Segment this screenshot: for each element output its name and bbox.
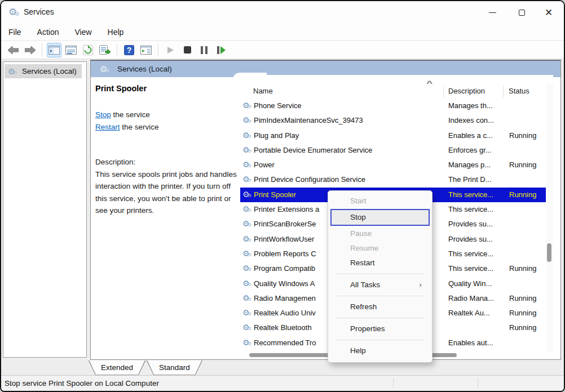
services-main-panel: ⚙⚙ Services (Local) Print Spooler Stop t… — [90, 60, 561, 360]
service-name: Printer Extensions a — [254, 205, 319, 213]
service-gear-icon: ⚙⚙ — [242, 131, 250, 140]
menu-action[interactable]: Action — [37, 28, 59, 37]
column-header-name[interactable]: Name — [253, 87, 273, 95]
minimize-icon — [489, 12, 496, 13]
service-description-cell: This service... — [448, 190, 493, 199]
back-arrow-icon[interactable] — [6, 43, 20, 57]
show-console-tree-icon[interactable] — [47, 43, 61, 57]
service-name: Plug and Play — [254, 131, 299, 140]
stop-service-link[interactable]: Stop — [95, 110, 111, 119]
context-menu-item-pause: Pause — [330, 226, 430, 241]
menu-separator — [336, 274, 424, 274]
context-menu-item-resume: Resume — [330, 241, 430, 256]
forward-arrow-icon[interactable] — [23, 43, 37, 57]
service-gear-icon: ⚙⚙ — [242, 323, 250, 332]
status-bar: Stop service Print Spooler on Local Comp… — [1, 375, 564, 391]
service-name: Power — [254, 161, 275, 169]
service-description-cell: This service... — [448, 264, 493, 273]
column-divider[interactable] — [503, 86, 504, 98]
service-name: PrintWorkflowUser — [254, 235, 314, 243]
service-status-cell: Running — [509, 294, 536, 302]
tree-item-label: Services (Local) — [22, 67, 77, 75]
export-list-icon[interactable] — [98, 43, 112, 57]
service-context-menu: StartStopPauseResumeRestartAll Tasks›Ref… — [328, 190, 432, 363]
service-status-cell: Running — [509, 323, 536, 332]
restart-service-link[interactable]: Restart — [95, 123, 120, 131]
description-label: Description: — [95, 158, 135, 166]
menu-help[interactable]: Help — [108, 28, 124, 37]
table-row[interactable]: ⚙⚙Print Device Configuration ServiceThe … — [240, 172, 553, 187]
properties-icon[interactable] — [64, 43, 78, 57]
context-menu-item-refresh[interactable]: Refresh — [330, 300, 430, 314]
service-description: Description: This service spools print j… — [95, 156, 237, 217]
menu-separator — [336, 318, 424, 318]
service-gear-icon: ⚙⚙ — [242, 175, 250, 184]
column-divider[interactable] — [443, 86, 444, 98]
window-title: Services — [24, 7, 54, 16]
maximize-button[interactable] — [509, 1, 535, 24]
list-header-row: Name Description Status — [240, 84, 553, 99]
refresh-icon[interactable] — [81, 43, 95, 57]
service-name: PimIndexMaintenanceSvc_39473 — [254, 116, 363, 124]
maximize-icon — [519, 10, 525, 16]
description-text: This service spools print jobs and handl… — [95, 170, 237, 215]
vertical-scrollbar[interactable] — [546, 84, 553, 351]
restart-link-suffix: the service — [120, 123, 159, 131]
service-name: Recommended Tro — [254, 338, 316, 347]
pause-service-icon[interactable] — [197, 43, 211, 57]
table-row[interactable]: ⚙⚙Phone ServiceManages th... — [240, 99, 553, 113]
service-name: Program Compatib — [254, 264, 315, 273]
table-row[interactable]: ⚙⚙PowerManages p...Running — [240, 158, 553, 172]
tab-standard[interactable]: Standard — [147, 360, 202, 376]
submenu-chevron-icon: › — [419, 278, 422, 292]
services-window: ⚙⚙ Services ✕ File Action View Help — [0, 0, 565, 392]
column-header-status[interactable]: Status — [509, 87, 529, 95]
restart-service-icon[interactable] — [214, 43, 228, 57]
console-tree-panel: ⚙⚙ Services (Local) — [3, 61, 87, 358]
menu-bar: File Action View Help — [1, 24, 564, 41]
service-gear-icon: ⚙⚙ — [242, 338, 250, 347]
help-icon[interactable]: ? — [122, 43, 136, 57]
service-gear-icon: ⚙⚙ — [242, 101, 250, 110]
column-header-description[interactable]: Description — [448, 87, 485, 95]
table-row[interactable]: ⚙⚙Portable Device Enumerator ServiceEnfo… — [240, 143, 553, 158]
start-service-icon[interactable] — [163, 43, 178, 57]
tree-item-services-local[interactable]: ⚙⚙ Services (Local) — [5, 64, 82, 78]
service-description-cell: Enables a c... — [448, 131, 493, 140]
table-row[interactable]: ⚙⚙PimIndexMaintenanceSvc_39473Indexes co… — [240, 113, 553, 128]
context-menu-item-stop[interactable]: Stop — [330, 209, 430, 226]
service-gear-icon: ⚙⚙ — [242, 279, 250, 288]
service-gear-icon: ⚙⚙ — [242, 234, 250, 243]
service-description-cell: Manages th... — [448, 101, 493, 110]
service-status-cell: Running — [509, 264, 536, 273]
service-status-cell: Running — [509, 131, 536, 140]
service-description-cell: The Print D... — [448, 175, 492, 184]
menu-file[interactable]: File — [8, 28, 21, 37]
services-gear-icon: ⚙⚙ — [8, 6, 17, 18]
service-description-cell: Radio Mana... — [448, 294, 494, 302]
service-description-cell: This service... — [448, 250, 493, 258]
tab-extended[interactable]: Extended — [89, 360, 145, 376]
service-gear-icon: ⚙⚙ — [242, 115, 250, 124]
minimize-button[interactable] — [479, 1, 505, 24]
view-tabs: ExtendedStandard — [89, 360, 204, 376]
service-description-cell: Enables aut... — [448, 338, 493, 347]
service-name: Radio Managemen — [254, 294, 316, 302]
context-menu-item-help[interactable]: Help — [330, 344, 430, 358]
context-menu-item-start: Start — [330, 194, 430, 208]
table-row[interactable]: ⚙⚙Plug and PlayEnables a c...Running — [240, 128, 553, 143]
close-button[interactable]: ✕ — [536, 1, 562, 24]
service-name: Realtek Audio Univ — [254, 309, 316, 317]
context-menu-item-all-tasks[interactable]: All Tasks› — [330, 278, 430, 292]
menu-view[interactable]: View — [74, 28, 91, 37]
service-gear-icon: ⚙⚙ — [242, 249, 250, 258]
context-menu-item-properties[interactable]: Properties — [330, 322, 430, 336]
context-menu-item-restart[interactable]: Restart — [330, 256, 430, 270]
vertical-scrollbar-thumb[interactable] — [547, 243, 551, 262]
service-gear-icon: ⚙⚙ — [242, 190, 250, 199]
service-status-cell: Running — [509, 161, 536, 169]
service-name: Quality Windows A — [254, 279, 315, 288]
show-action-pane-icon[interactable] — [139, 43, 153, 57]
selected-service-title: Print Spooler — [95, 84, 236, 93]
stop-service-icon[interactable] — [180, 43, 195, 57]
